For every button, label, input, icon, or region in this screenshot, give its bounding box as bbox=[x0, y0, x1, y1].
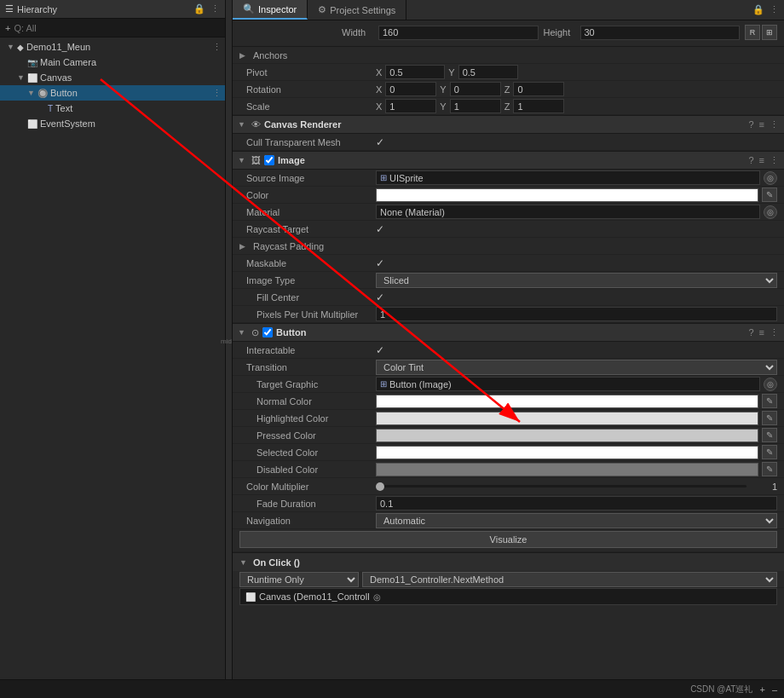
method-select[interactable]: Demo11_Controller.NextMethod bbox=[362, 572, 777, 587]
plus-icon[interactable]: + bbox=[5, 23, 10, 33]
transition-select[interactable]: Color Tint Sprite Swap Animation None bbox=[376, 360, 777, 375]
scale-y-label: Y bbox=[440, 101, 446, 112]
fill-center-checkmark[interactable]: ✓ bbox=[376, 291, 384, 303]
highlighted-color-swatch[interactable] bbox=[376, 412, 758, 425]
fade-duration-input[interactable] bbox=[376, 496, 777, 511]
scale-z-input[interactable] bbox=[513, 99, 564, 113]
canvas-renderer-section[interactable]: ▼ 👁 Canvas Renderer ? ≡ ⋮ bbox=[233, 115, 784, 134]
fill-center-label: Fill Center bbox=[239, 292, 376, 303]
hierarchy-title: Hierarchy bbox=[17, 4, 57, 14]
navigation-row: Navigation Automatic None Horizontal Ver… bbox=[233, 512, 784, 529]
camera-icon: 📷 bbox=[27, 58, 37, 67]
anchors-row[interactable]: ▶ Anchors bbox=[233, 47, 784, 64]
interactable-checkmark[interactable]: ✓ bbox=[376, 344, 384, 356]
fill-center-row: Fill Center ✓ bbox=[233, 289, 784, 306]
image-section[interactable]: ▼ 🖼 Image ? ≡ ⋮ bbox=[233, 151, 784, 170]
hierarchy-search[interactable] bbox=[14, 23, 220, 33]
target-graphic-ref[interactable]: ⊞ Button (Image) bbox=[376, 377, 760, 391]
onclick-section[interactable]: ▼ On Click () bbox=[233, 552, 784, 571]
normal-color-eyedropper[interactable]: ✎ bbox=[762, 394, 777, 408]
image-type-select[interactable]: Sliced Simple Tiled Filled bbox=[376, 273, 777, 288]
image-help[interactable]: ? bbox=[748, 155, 753, 166]
add-action[interactable]: + bbox=[759, 684, 764, 695]
image-more[interactable]: ⋮ bbox=[770, 155, 779, 166]
button-help[interactable]: ? bbox=[748, 327, 753, 338]
visualize-button[interactable]: Visualize bbox=[239, 531, 777, 548]
raycast-target-checkmark[interactable]: ✓ bbox=[376, 223, 384, 235]
height-input[interactable] bbox=[580, 26, 741, 40]
pivot-x-input[interactable] bbox=[385, 65, 445, 79]
r-button[interactable]: R bbox=[745, 25, 760, 40]
normal-color-swatch[interactable] bbox=[376, 395, 758, 408]
image-settings[interactable]: ≡ bbox=[759, 155, 764, 166]
selected-color-eyedropper[interactable]: ✎ bbox=[762, 445, 777, 459]
material-ref[interactable]: None (Material) bbox=[376, 205, 760, 219]
rot-y-input[interactable] bbox=[450, 82, 501, 96]
color-multiplier-track[interactable] bbox=[376, 485, 747, 487]
pressed-color-row: Pressed Color ✎ bbox=[233, 427, 784, 444]
tree-item-demo11[interactable]: ▼ ◆ Demo11_Meun ⋮ bbox=[0, 39, 225, 55]
source-image-ref[interactable]: ⊞ UISprite bbox=[376, 170, 760, 185]
brand-label: CSDN @AT巡礼 bbox=[690, 684, 752, 695]
canvas-ref[interactable]: ⬜ Canvas (Demo11_Controll ◎ bbox=[239, 588, 777, 605]
button-more[interactable]: ⋮ bbox=[770, 327, 779, 338]
cull-checkmark[interactable]: ✓ bbox=[376, 136, 384, 148]
tree-item-camera[interactable]: 📷 Main Camera bbox=[0, 55, 225, 70]
rotation-row: Rotation X Y Z bbox=[233, 81, 784, 98]
source-image-pick-btn[interactable]: ◎ bbox=[764, 171, 777, 185]
pivot-y-input[interactable] bbox=[458, 65, 518, 79]
inspector-content: Width Height R ⊞ bbox=[233, 20, 784, 679]
tree-item-button[interactable]: ▼ 🔘 Button ⋮ bbox=[0, 85, 225, 101]
rot-x-input[interactable] bbox=[385, 82, 436, 96]
button-settings[interactable]: ≡ bbox=[759, 327, 764, 338]
pressed-color-eyedropper[interactable]: ✎ bbox=[762, 428, 777, 442]
runtime-select[interactable]: Runtime Only Off Editor and Runtime bbox=[239, 572, 359, 587]
rot-z-input[interactable] bbox=[513, 82, 564, 96]
tree-item-text[interactable]: T Text bbox=[0, 101, 225, 116]
more-inspector-icon[interactable]: ⋮ bbox=[770, 4, 779, 15]
canvas-renderer-more[interactable]: ⋮ bbox=[770, 119, 779, 130]
image-enabled-checkbox[interactable] bbox=[264, 155, 274, 165]
width-input[interactable] bbox=[378, 26, 539, 40]
raycast-padding-row[interactable]: ▶ Raycast Padding bbox=[233, 238, 784, 255]
more-icon[interactable]: ⋮ bbox=[210, 3, 220, 14]
canvas-renderer-settings[interactable]: ≡ bbox=[759, 119, 764, 130]
button-section[interactable]: ▼ ⊙ Button ? ≡ ⋮ bbox=[233, 323, 784, 342]
tree-item-eventsystem[interactable]: ⬜ EventSystem bbox=[0, 116, 225, 131]
image-type-label: Image Type bbox=[239, 275, 376, 286]
tab-project-settings[interactable]: ⚙ Project Settings bbox=[308, 0, 406, 20]
fade-duration-label: Fade Duration bbox=[239, 499, 376, 509]
maskable-checkmark[interactable]: ✓ bbox=[376, 257, 384, 269]
item-options[interactable]: ⋮ bbox=[212, 42, 222, 53]
item-options[interactable]: ⋮ bbox=[212, 88, 222, 99]
disabled-color-swatch[interactable] bbox=[376, 463, 758, 476]
button-enabled-checkbox[interactable] bbox=[262, 327, 273, 337]
remove-action[interactable]: – bbox=[772, 684, 777, 695]
tree-item-canvas[interactable]: ▼ ⬜ Canvas bbox=[0, 70, 225, 85]
canvas-renderer-help[interactable]: ? bbox=[748, 119, 753, 130]
target-graphic-row: Target Graphic ⊞ Button (Image) ◎ bbox=[233, 376, 784, 393]
pixels-per-unit-input[interactable] bbox=[376, 307, 777, 321]
scale-x-input[interactable] bbox=[385, 99, 436, 113]
highlighted-color-eyedropper[interactable]: ✎ bbox=[762, 411, 777, 425]
scale-x-label: X bbox=[376, 101, 382, 112]
selected-color-swatch[interactable] bbox=[376, 446, 758, 459]
image-color-eyedropper[interactable]: ✎ bbox=[762, 187, 777, 202]
eventsystem-icon: ⬜ bbox=[27, 119, 37, 129]
blueprint-button[interactable]: ⊞ bbox=[762, 25, 777, 40]
disabled-color-eyedropper[interactable]: ✎ bbox=[762, 462, 777, 476]
image-icon: 🖼 bbox=[251, 155, 261, 165]
target-graphic-pick-btn[interactable]: ◎ bbox=[764, 378, 777, 391]
scale-y-input[interactable] bbox=[450, 99, 501, 113]
navigation-select[interactable]: Automatic None Horizontal Vertical Expli… bbox=[376, 513, 777, 528]
tab-inspector[interactable]: 🔍 Inspector bbox=[233, 0, 308, 20]
lock-icon[interactable]: 🔒 bbox=[193, 3, 205, 14]
tree-label: Text bbox=[55, 103, 72, 113]
interactable-label: Interactable bbox=[239, 345, 376, 355]
image-color-swatch[interactable] bbox=[376, 188, 758, 202]
pressed-color-swatch[interactable] bbox=[376, 429, 758, 442]
material-pick-btn[interactable]: ◎ bbox=[764, 205, 777, 219]
lock-inspector-icon[interactable]: 🔒 bbox=[752, 4, 764, 15]
image-color-label: Color bbox=[239, 190, 376, 200]
normal-color-row: Normal Color ✎ bbox=[233, 393, 784, 410]
